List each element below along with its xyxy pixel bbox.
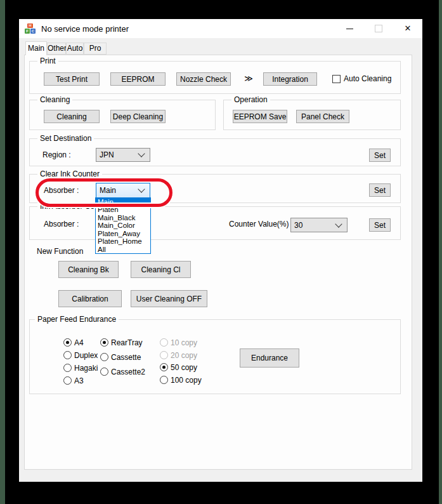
app-window: H F C No service mode printer ✕ Main Oth…	[19, 19, 422, 482]
radio-cassette[interactable]: Cassette	[100, 352, 141, 362]
deep-cleaning-button[interactable]: Deep Cleaning	[110, 110, 166, 123]
ink-absorber-absorber-label: Absorber :	[44, 220, 79, 229]
test-print-button[interactable]: Test Print	[44, 72, 100, 86]
group-paper-feed-endurance-label: Paper Feed Endurance	[35, 315, 119, 324]
window-controls: ✕	[340, 19, 422, 38]
radio-reartray[interactable]: RearTray	[100, 338, 143, 347]
radio-hagaki[interactable]: Hagaki	[63, 363, 98, 373]
radio-10-copy-label: 10 copy	[171, 338, 197, 347]
group-print-label: Print	[37, 56, 58, 66]
auto-cleaning-checkbox[interactable]	[332, 75, 341, 83]
radio-icon	[160, 363, 168, 371]
dropdown-item-main-color[interactable]: Main_Color	[96, 222, 150, 229]
dropdown-item-main-black[interactable]: Main_Black	[96, 214, 150, 222]
radio-100-copy[interactable]: 100 copy	[160, 375, 202, 385]
maximize-button[interactable]	[369, 19, 388, 38]
endurance-button[interactable]: Endurance	[240, 348, 299, 368]
group-set-destination-label: Set Destination	[37, 134, 94, 143]
auto-cleaning-checkbox-row[interactable]: Auto Cleaning	[332, 74, 391, 84]
app-icon-block-red: H	[27, 23, 33, 28]
panel-check-button[interactable]: Panel Check	[296, 110, 349, 123]
clear-ink-set-button[interactable]: Set	[369, 183, 391, 197]
annotation-highlight-ring	[36, 178, 172, 207]
app-icon: H F C	[25, 23, 36, 34]
tab-auto[interactable]: Auto	[66, 43, 84, 55]
close-icon: ✕	[405, 19, 412, 38]
counter-value-combobox-value: 30	[291, 221, 336, 230]
group-print: Print Test Print EEPROM Nozzle Check ≫ I…	[29, 61, 401, 94]
arrow-chevrons-icon: ≫	[242, 74, 256, 83]
radio-icon	[160, 351, 168, 359]
app-icon-block-blue: C	[30, 29, 36, 34]
radio-cassette2[interactable]: Cassette2	[100, 367, 145, 376]
radio-a4-label: A4	[74, 338, 84, 347]
region-combobox-value: JPN	[96, 150, 139, 159]
group-operation-label: Operation	[231, 95, 270, 105]
radio-100-copy-label: 100 copy	[171, 376, 202, 385]
user-cleaning-off-button[interactable]: User Cleaning OFF	[131, 290, 207, 307]
group-clear-ink-counter-label: Clear Ink Counter	[37, 169, 102, 179]
radio-icon	[100, 368, 108, 376]
tab-other[interactable]: Other	[47, 43, 66, 55]
calibration-button[interactable]: Calibration	[58, 290, 122, 307]
ink-absorber-set-button[interactable]: Set	[369, 218, 391, 232]
radio-cassette-label: Cassette	[111, 353, 141, 362]
radio-icon	[63, 338, 72, 347]
radio-20-copy[interactable]: 20 copy	[160, 350, 197, 360]
radio-icon	[63, 376, 72, 385]
close-button[interactable]: ✕	[398, 19, 417, 38]
radio-icon	[63, 364, 72, 372]
group-ink-absorber-counter: Ink Absorber Counter Absorber : Counter …	[29, 206, 401, 240]
desktop-strip-left	[0, 0, 5, 504]
group-operation: Operation EEPROM Save Panel Check	[223, 100, 401, 130]
radio-10-copy[interactable]: 10 copy	[160, 338, 197, 347]
eeprom-save-button[interactable]: EEPROM Save	[233, 110, 287, 123]
group-cleaning-label: Cleaning	[37, 95, 72, 105]
tab-main[interactable]: Main	[25, 41, 47, 55]
radio-cassette2-label: Cassette2	[111, 368, 145, 376]
tab-pro[interactable]: Pro	[84, 43, 107, 55]
radio-50-copy[interactable]: 50 copy	[160, 362, 197, 372]
dropdown-item-all[interactable]: All	[96, 246, 150, 253]
minimize-button[interactable]	[340, 19, 359, 38]
radio-duplex-label: Duplex	[74, 351, 98, 360]
radio-icon	[100, 353, 108, 361]
counter-value-combobox[interactable]: 30	[290, 218, 348, 232]
radio-a3-label: A3	[74, 376, 84, 385]
cleaning-cl-button[interactable]: Cleaning Cl	[131, 261, 191, 278]
minimize-icon	[346, 29, 353, 29]
region-label: Region :	[42, 150, 71, 159]
nozzle-check-button[interactable]: Nozzle Check	[176, 72, 231, 86]
radio-50-copy-label: 50 copy	[171, 363, 197, 372]
chevron-down-icon	[335, 220, 342, 227]
radio-icon	[160, 338, 168, 347]
titlebar: H F C No service mode printer ✕	[19, 19, 422, 38]
auto-cleaning-label: Auto Cleaning	[344, 74, 391, 83]
set-destination-set-button[interactable]: Set	[369, 149, 391, 162]
app-icon-block-green: F	[25, 29, 30, 34]
radio-reartray-label: RearTray	[111, 338, 143, 347]
dropdown-item-platen[interactable]: Platen	[96, 206, 150, 213]
dropdown-item-platen-away[interactable]: Platen_Away	[96, 230, 150, 237]
maximize-icon	[375, 25, 382, 32]
radio-duplex[interactable]: Duplex	[63, 350, 98, 360]
cleaning-button[interactable]: Cleaning	[44, 110, 100, 123]
counter-value-label: Counter Value(%) :	[229, 220, 293, 229]
region-combobox[interactable]: JPN	[96, 148, 150, 162]
radio-icon	[63, 351, 72, 359]
window-title: No service mode printer	[41, 24, 129, 34]
radio-20-copy-label: 20 copy	[171, 351, 197, 360]
group-paper-feed-endurance: Paper Feed Endurance A4 Duplex Hagaki A3…	[29, 319, 401, 394]
radio-hagaki-label: Hagaki	[74, 364, 98, 373]
radio-icon	[100, 338, 108, 347]
chevron-down-icon	[138, 150, 145, 157]
group-cleaning: Cleaning Cleaning Deep Cleaning	[29, 100, 216, 130]
group-set-destination: Set Destination Region : JPN Set	[29, 138, 401, 166]
radio-a4[interactable]: A4	[63, 338, 84, 347]
dropdown-item-platen-home[interactable]: Platen_Home	[96, 237, 150, 245]
cleaning-bk-button[interactable]: Cleaning Bk	[58, 261, 119, 278]
integration-button[interactable]: Integration	[263, 72, 317, 86]
radio-icon	[160, 376, 168, 384]
eeprom-button[interactable]: EEPROM	[110, 72, 166, 86]
radio-a3[interactable]: A3	[63, 376, 84, 385]
